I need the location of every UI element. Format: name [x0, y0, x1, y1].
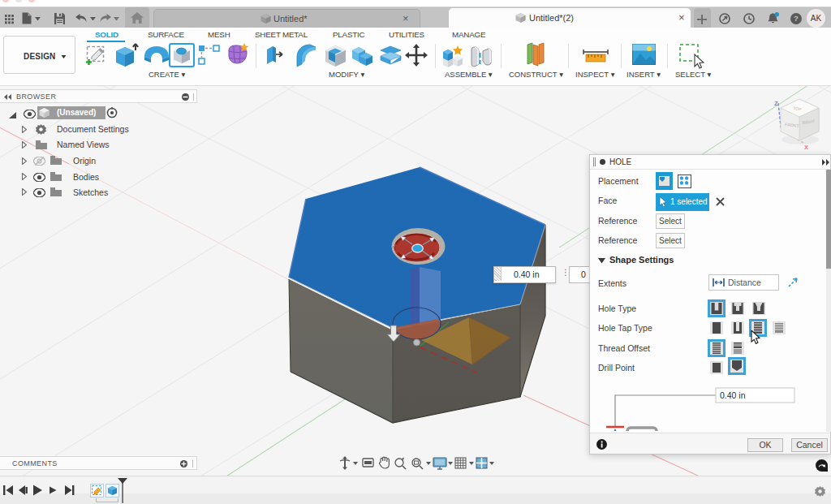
- svg-text:X: X: [804, 144, 808, 151]
- svg-text:Z: Z: [774, 100, 778, 107]
- svg-text:0.40 in: 0.40 in: [720, 390, 746, 400]
- svg-text:?: ?: [794, 14, 799, 23]
